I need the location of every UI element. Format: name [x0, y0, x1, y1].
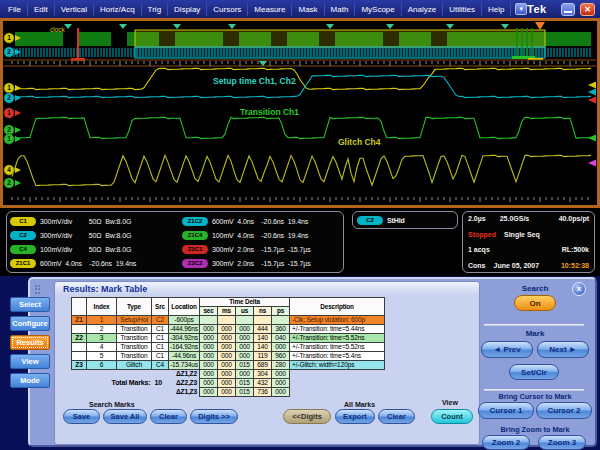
zoom1-window-box[interactable]: [135, 30, 545, 47]
tab-mode[interactable]: Mode: [10, 373, 50, 388]
next-mark-button[interactable]: Next ►: [537, 341, 589, 358]
cursor1-button[interactable]: Cursor 1: [478, 402, 534, 419]
table-cell: C1: [152, 352, 169, 361]
cursor2-button[interactable]: Cursor 2: [536, 402, 592, 419]
channel-pill-c1[interactable]: C1: [10, 217, 36, 226]
search-control-panel: x Search On Mark ◄ Prev Next ► Set/Clr B…: [476, 279, 594, 445]
waveform-display: clock Setup time Ch1, Ch2 Transition Ch1…: [0, 18, 600, 208]
menu-bar: FileEditVerticalHoriz/AcqTrigDisplayCurs…: [0, 0, 600, 18]
zoom1-window-box-ch2[interactable]: [135, 47, 545, 58]
menu-myscope[interactable]: MyScope: [355, 3, 401, 16]
table-cell: [218, 316, 236, 325]
table-cell: 6: [87, 361, 117, 370]
tab-view[interactable]: View: [10, 354, 50, 369]
trigger-source-pill[interactable]: C2: [357, 216, 383, 225]
tab-results[interactable]: Results: [10, 335, 50, 350]
table-cell: -304.92ns: [169, 334, 200, 343]
menu-measure[interactable]: Measure: [248, 3, 292, 16]
channel-pill-z3c2[interactable]: Z3C2: [182, 259, 208, 268]
svg-text:2: 2: [7, 179, 11, 186]
all-marks-label: All Marks: [344, 401, 375, 408]
menu-vertical[interactable]: Vertical: [55, 3, 94, 16]
menu-overflow-button[interactable]: ▼: [515, 3, 527, 15]
table-cell: [254, 316, 272, 325]
svg-text:2: 2: [7, 126, 11, 133]
menu-display[interactable]: Display: [168, 3, 207, 16]
channel-readouts-box: C1300mV/div 50Ω Bw:8.0GC2300mV/div 50Ω B…: [6, 211, 344, 273]
acquisition-readout-box: 2.0µs 25.0GS/s 40.0ps/pt Stopped Single …: [462, 211, 595, 273]
mark-table-row[interactable]: Z36GlitchC4-15.734us000000015689280+/-Gl…: [72, 361, 385, 370]
table-cell: 000: [200, 361, 218, 370]
prev-mark-button[interactable]: ◄ Prev: [481, 341, 533, 358]
table-cell: C1: [152, 325, 169, 334]
save-all-button[interactable]: Save All: [103, 409, 147, 424]
dialog-title-bar[interactable]: Results: Mark Table: [55, 282, 479, 295]
table-cell: -444.96ns: [169, 325, 200, 334]
clear-all-marks-button[interactable]: Clear: [378, 409, 415, 424]
table-cell: [200, 316, 218, 325]
mark-table-row[interactable]: 5TransitionC1-44.96ns000000000119960+/-T…: [72, 352, 385, 361]
tab-configure[interactable]: Configure: [10, 316, 50, 331]
zoom2-button[interactable]: Zoom 2: [482, 435, 530, 450]
channel-pill-c2[interactable]: C2: [10, 231, 36, 240]
tab-select[interactable]: Select: [10, 297, 50, 312]
date-readout: June 05, 2007: [494, 262, 540, 269]
save-button[interactable]: Save: [63, 409, 100, 424]
table-cell: 000: [218, 334, 236, 343]
menu-edit[interactable]: Edit: [28, 3, 55, 16]
table-cell: 000: [236, 334, 254, 343]
menu-help[interactable]: Help: [482, 3, 511, 16]
menu-trig[interactable]: Trig: [142, 3, 168, 16]
menu-cursors[interactable]: Cursors: [207, 3, 248, 16]
table-cell: 000: [218, 370, 236, 379]
channel-pill-z1c4[interactable]: Z1C4: [182, 231, 208, 240]
table-cell: -600ps: [169, 316, 200, 325]
table-cell: C1: [152, 343, 169, 352]
zoom3-button[interactable]: Zoom 3: [538, 435, 586, 450]
table-cell: 000: [272, 343, 290, 352]
menu-mask[interactable]: Mask: [292, 3, 324, 16]
mark-table: IndexTypeSrcLocationTime DeltaDescriptio…: [71, 297, 385, 397]
sample-rate-readout: 25.0GS/s: [500, 215, 530, 222]
table-cell: 689: [254, 361, 272, 370]
search-on-button[interactable]: On: [514, 295, 556, 311]
table-header: Time Delta: [200, 298, 290, 307]
menu-math[interactable]: Math: [325, 3, 356, 16]
trigger-type: StHld: [387, 217, 405, 224]
table-cell: 000: [200, 388, 218, 397]
count-button[interactable]: Count: [431, 409, 473, 424]
export-button[interactable]: Export: [335, 409, 375, 424]
channel-pill-z1c2[interactable]: Z1C2: [182, 217, 208, 226]
digits-back-button[interactable]: <<Digits: [283, 409, 331, 424]
mark-table-row[interactable]: Z11Setup/HolC2-600ps-Clk; Setup violatio…: [72, 316, 385, 325]
mark-table-row[interactable]: 4TransitionC1-164.92ns000000000140000+/-…: [72, 343, 385, 352]
channel-pill-z3c1[interactable]: Z3C1: [182, 245, 208, 254]
set-clear-mark-button[interactable]: Set/Clr: [509, 364, 559, 380]
setup-time-label: Setup time Ch1, Ch2: [213, 76, 296, 86]
tek-logo: Tek: [527, 3, 561, 15]
digits-forward-button[interactable]: Digits >>: [190, 409, 238, 424]
readout-text: 300mV 2.0ns -15.7µs -15.7µs: [212, 260, 311, 267]
table-cell: -44.96ns: [169, 352, 200, 361]
table-cell: 000: [200, 352, 218, 361]
menu-utilities[interactable]: Utilities: [443, 3, 482, 16]
channel-pill-c4[interactable]: C4: [10, 245, 36, 254]
channel-pill-z1c1[interactable]: Z1C1: [10, 259, 36, 268]
minimize-button[interactable]: [561, 3, 576, 16]
drag-handle-icon[interactable]: [35, 285, 40, 294]
mark-table-row[interactable]: 2TransitionC1-444.96ns000000000444360+/-…: [72, 325, 385, 334]
menu-horizacq[interactable]: Horiz/Acq: [94, 3, 142, 16]
table-cell: [290, 370, 385, 379]
close-window-button[interactable]: ✕: [580, 3, 595, 16]
control-window: Results: Mark Table IndexTypeSrcLocation…: [0, 276, 600, 450]
menu-analyze[interactable]: Analyze: [402, 3, 443, 16]
menu-file[interactable]: File: [2, 3, 28, 16]
table-cell: +/-Glitch: width=120ps: [290, 361, 385, 370]
results-mark-table-panel: Results: Mark Table IndexTypeSrcLocation…: [54, 281, 480, 445]
table-cell: 000: [218, 325, 236, 334]
clear-search-marks-button[interactable]: Clear: [150, 409, 187, 424]
table-cell: Z3: [72, 361, 87, 370]
table-cell: 140: [254, 334, 272, 343]
mark-table-row[interactable]: Z23TransitionC1-304.92ns000000000140040+…: [72, 334, 385, 343]
table-cell: 5: [87, 352, 117, 361]
